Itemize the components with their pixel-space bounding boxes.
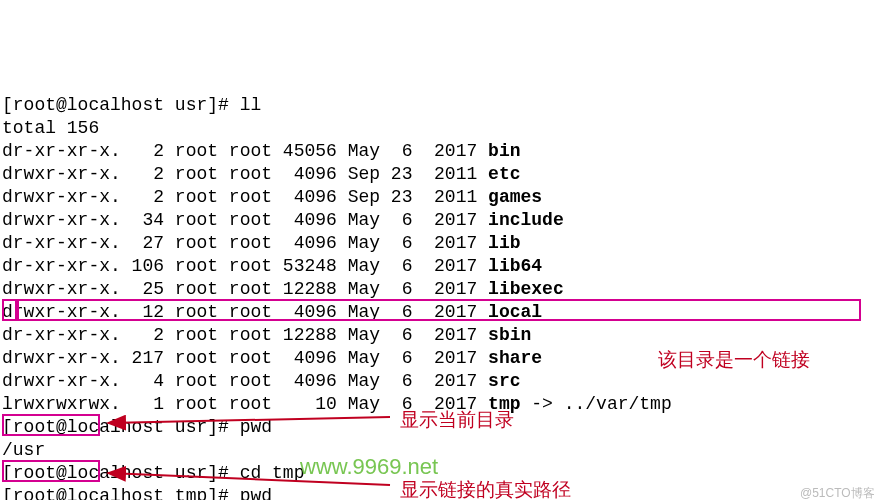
annotation-symlink: 该目录是一个链接 bbox=[658, 348, 810, 371]
watermark-cto: @51CTO博客 bbox=[800, 482, 874, 500]
watermark-url: www.9969.net bbox=[300, 455, 438, 478]
annotation-current-dir: 显示当前目录 bbox=[400, 408, 514, 431]
annotation-real-path: 显示链接的真实路径 bbox=[400, 478, 571, 500]
terminal-output[interactable]: [root@localhost usr]# lltotal 156dr-xr-x… bbox=[2, 94, 872, 500]
